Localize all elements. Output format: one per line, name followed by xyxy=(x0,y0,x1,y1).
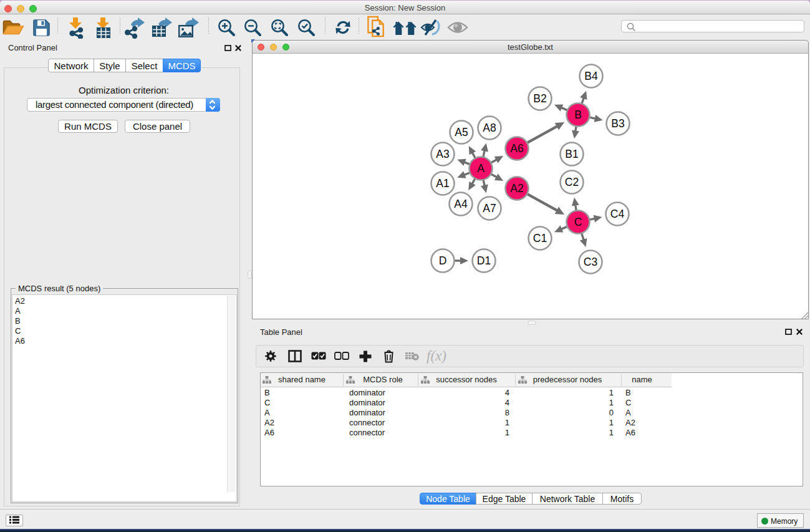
svg-text:D1: D1 xyxy=(477,254,491,267)
svg-text:B2: B2 xyxy=(533,92,546,105)
svg-text:C4: C4 xyxy=(610,208,625,220)
svg-text:B1: B1 xyxy=(565,148,578,160)
svg-text:A5: A5 xyxy=(455,126,468,138)
svg-text:A6: A6 xyxy=(510,142,523,155)
svg-text:D: D xyxy=(439,254,447,267)
svg-text:A8: A8 xyxy=(483,122,496,134)
svg-text:B4: B4 xyxy=(584,70,598,82)
svg-text:C3: C3 xyxy=(584,256,597,268)
svg-text:A2: A2 xyxy=(510,182,523,195)
svg-text:A7: A7 xyxy=(483,202,496,215)
svg-text:A: A xyxy=(477,162,485,175)
svg-text:B3: B3 xyxy=(611,117,624,130)
svg-text:C: C xyxy=(574,216,582,228)
svg-text:A4: A4 xyxy=(454,198,468,210)
svg-text:B: B xyxy=(574,109,582,121)
svg-text:A1: A1 xyxy=(436,177,449,190)
svg-text:C1: C1 xyxy=(533,232,547,244)
svg-text:A3: A3 xyxy=(436,148,449,160)
svg-text:C2: C2 xyxy=(565,176,579,188)
